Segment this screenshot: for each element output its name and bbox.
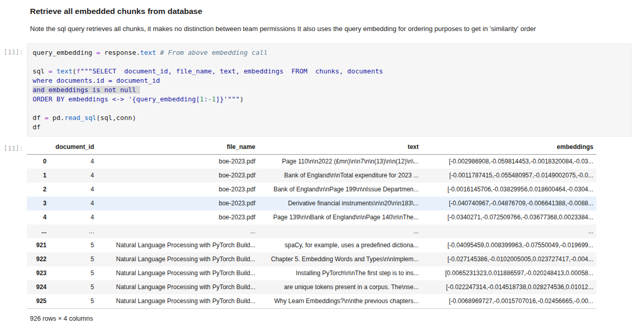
- cell-text: Bank of England\n\nTotal expenditure for…: [258, 169, 422, 183]
- output-prompt: [11]:: [0, 140, 27, 152]
- table-row: 922 5 Natural Language Processing with P…: [27, 252, 596, 266]
- row-index: 4: [27, 211, 50, 224]
- cell-document-id: 4: [50, 169, 97, 183]
- row-index: 922: [27, 252, 50, 266]
- table-row: 925 5 Natural Language Processing with P…: [27, 294, 596, 309]
- table-row: 921 5 Natural Language Processing with P…: [27, 238, 596, 252]
- cell-embeddings: [-0.0011787415,-0.055480957,-0.014900207…: [422, 169, 596, 183]
- cell-text: spaCy, for example, uses a predefined di…: [258, 238, 422, 252]
- input-prompt: [11]:: [0, 43, 27, 56]
- cell-document-id: 5: [50, 252, 97, 266]
- code-line: df: [33, 123, 626, 132]
- note-text: Note the sql query retrieves all chunks,…: [27, 25, 632, 33]
- table-row: 1 4 boe-2023.pdf Bank of England\n\nTota…: [27, 169, 596, 183]
- dataframe-header: document_id file_name text embeddings: [27, 140, 596, 155]
- cell-embeddings: [-0.022247314,-0.014518738,0.028274536,0…: [422, 280, 596, 294]
- row-index: 923: [27, 266, 50, 280]
- row-index: 2: [27, 183, 50, 197]
- cell-file-name: boe-2023.pdf: [97, 155, 258, 169]
- column-header-text: text: [258, 140, 422, 155]
- cell-embeddings: [-0.0340271,-0.072509766,-0.03677368,0.0…: [422, 211, 596, 224]
- cell-document-id: 4: [50, 155, 97, 169]
- cell-document-id: 5: [50, 294, 97, 309]
- dataframe-shape-summary: 926 rows × 4 columns: [27, 315, 632, 322]
- dataframe-body: 0 4 boe-2023.pdf Page 110\n\n2022 (£mn)\…: [27, 155, 596, 309]
- cell-embeddings: [-0.027145386,-0.0102005005,0.023727417,…: [422, 252, 596, 266]
- code-line: where documents.id = document_id: [33, 76, 626, 85]
- cell-text: Installing PyTorch\n\nThe first step is …: [258, 266, 422, 280]
- column-header-file-name: file_name: [97, 140, 258, 155]
- code-line: [33, 104, 626, 113]
- cell-file-name: ...: [97, 224, 258, 238]
- table-row: 924 5 Natural Language Processing with P…: [27, 280, 596, 294]
- cell-file-name: boe-2023.pdf: [97, 211, 258, 224]
- cell-document-id: 4: [50, 197, 97, 211]
- cell-document-id: 5: [50, 280, 97, 294]
- code-line: and embeddings is not null: [33, 85, 626, 95]
- cell-embeddings: [-0.04095459,0.008399963,-0.07550049,-0.…: [422, 238, 596, 252]
- code-line: ORDER BY embeddings <-> '{query_embeddin…: [33, 95, 626, 104]
- notebook-page: Retrieve all embedded chunks from databa…: [0, 0, 644, 330]
- markdown-content: Retrieve all embedded chunks from databa…: [27, 6, 632, 34]
- cell-text: Page 110\n\n2022 (£mn)\n\n7\n\n(13)\n\n(…: [258, 155, 422, 169]
- corner-header: [27, 140, 50, 155]
- cell-file-name: boe-2023.pdf: [97, 169, 258, 183]
- table-row: 4 4 boe-2023.pdf Page 139\n\nBank of Eng…: [27, 211, 596, 224]
- code-cell-content: query_embedding = response.text # From a…: [27, 43, 632, 137]
- cell-text: ...: [258, 224, 422, 238]
- header-row: document_id file_name text embeddings: [27, 140, 596, 155]
- code-line: query_embedding = response.text # From a…: [33, 48, 626, 57]
- cell-file-name: Natural Language Processing with PyTorch…: [97, 266, 258, 280]
- table-row: 3 4 boe-2023.pdf Derivative financial in…: [27, 197, 596, 211]
- markdown-cell: Retrieve all embedded chunks from databa…: [0, 6, 644, 34]
- output-content: document_id file_name text embeddings 0 …: [27, 140, 632, 322]
- table-row: 2 4 boe-2023.pdf Bank of England\n\nPage…: [27, 183, 596, 197]
- cell-text: are unique tokens present in a corpus. T…: [258, 280, 422, 294]
- cell-document-id: 4: [50, 211, 97, 224]
- section-heading: Retrieve all embedded chunks from databa…: [27, 6, 632, 16]
- cell-file-name: Natural Language Processing with PyTorch…: [97, 252, 258, 266]
- cell-document-id: 5: [50, 266, 97, 280]
- code-line: sql = text(f"""SELECT document_id, file_…: [33, 67, 626, 76]
- row-index: 924: [27, 280, 50, 294]
- cell-embeddings: [-0.040740967,-0.04876709,-0.006641388,-…: [422, 197, 596, 211]
- cell-text: Bank of England\n\nPage 199\n\nIssue Dep…: [258, 183, 422, 197]
- column-header-embeddings: embeddings: [422, 140, 596, 155]
- row-index: 1: [27, 169, 50, 183]
- row-index: ...: [27, 224, 50, 238]
- cell-file-name: boe-2023.pdf: [97, 197, 258, 211]
- cell-text: Derivative financial instruments\n\n20\n…: [258, 197, 422, 211]
- cell-embeddings: [-0.002986908,-0.059814453,-0.0018320084…: [422, 155, 596, 169]
- table-row: 923 5 Natural Language Processing with P…: [27, 266, 596, 280]
- cell-embeddings: [-0.0016145706,-0.03829956,0.018600464,-…: [422, 183, 596, 197]
- row-index: 3: [27, 197, 50, 211]
- cell-file-name: Natural Language Processing with PyTorch…: [97, 280, 258, 294]
- cell-document-id: 5: [50, 238, 97, 252]
- table-row: ... ... ... ... ...: [27, 224, 596, 238]
- cell-embeddings: ...: [422, 224, 596, 238]
- cell-text: Chapter 5. Embedding Words and Types\n\n…: [258, 252, 422, 266]
- row-index: 925: [27, 294, 50, 309]
- code-cell: [11]: query_embedding = response.text # …: [0, 43, 644, 137]
- cell-embeddings: [-0.0068969727,-0.0015707016,-0.02456665…: [422, 294, 596, 309]
- cell-file-name: Natural Language Processing with PyTorch…: [97, 238, 258, 252]
- row-index: 921: [27, 238, 50, 252]
- cell-document-id: ...: [50, 224, 97, 238]
- table-row: 0 4 boe-2023.pdf Page 110\n\n2022 (£mn)\…: [27, 155, 596, 169]
- code-line: [33, 57, 626, 67]
- code-line: df = pd.read_sql(sql,conn): [33, 113, 626, 123]
- cell-file-name: boe-2023.pdf: [97, 183, 258, 197]
- code-editor[interactable]: query_embedding = response.text # From a…: [27, 43, 632, 137]
- dataframe-table: document_id file_name text embeddings 0 …: [27, 140, 596, 309]
- cell-text: Why Learn Embeddings?\n\nthe previous ch…: [258, 294, 422, 309]
- cell-file-name: Natural Language Processing with PyTorch…: [97, 294, 258, 309]
- cell-text: Page 139\n\nBank of England\n\nPage 140\…: [258, 211, 422, 224]
- cell-document-id: 4: [50, 183, 97, 197]
- cell-embeddings: [0.0065231323,0.011886597,-0.020248413,0…: [422, 266, 596, 280]
- output-cell: [11]: document_id file_name text embeddi…: [0, 140, 644, 322]
- column-header-document-id: document_id: [50, 140, 97, 155]
- row-index: 0: [27, 155, 50, 169]
